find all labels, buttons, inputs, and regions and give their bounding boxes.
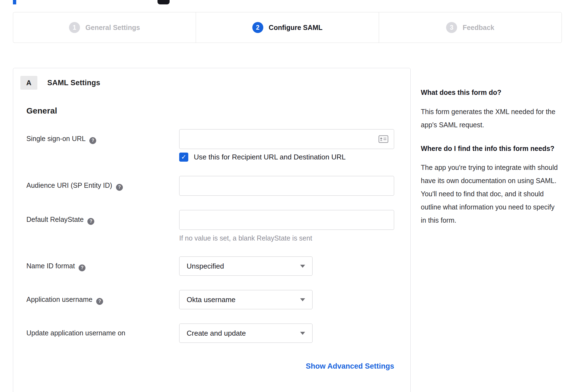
update-username-value: Create and update [187, 329, 246, 338]
app-username-select[interactable]: Okta username [179, 290, 313, 309]
contact-card-icon[interactable] [378, 135, 388, 143]
app-username-label-text: Application username [26, 296, 92, 303]
update-username-select[interactable]: Create and update [179, 324, 313, 343]
audience-uri-input[interactable] [179, 176, 394, 196]
wizard-stepper: 1 General Settings 2 Configure SAML 3 Fe… [13, 12, 562, 43]
general-section-heading: General [26, 106, 410, 115]
nameid-format-value: Unspecified [187, 262, 224, 270]
field-row-appusername: Application username? Okta username [26, 290, 410, 309]
saml-settings-panel: A SAML Settings General Single sign-on U… [13, 68, 411, 392]
nameid-format-select[interactable]: Unspecified [179, 256, 313, 276]
step-number-badge: 3 [446, 22, 457, 33]
nameid-format-label: Name ID format? [26, 256, 179, 276]
sidebar-answer-2: The app you're trying to integrate with … [421, 161, 558, 227]
show-advanced-settings-link[interactable]: Show Advanced Settings [306, 362, 394, 370]
update-username-label-text: Update application username on [26, 329, 125, 337]
help-icon[interactable]: ? [87, 218, 94, 225]
step-configure-saml[interactable]: 2 Configure SAML [196, 12, 378, 43]
help-icon[interactable]: ? [79, 264, 85, 271]
relaystate-label-text: Default RelayState [26, 216, 84, 223]
relaystate-label: Default RelayState? [26, 210, 179, 242]
header-fragment-dark [157, 0, 170, 4]
help-sidebar: What does this form do? This form genera… [421, 87, 558, 239]
chevron-down-icon [300, 332, 305, 335]
recipient-url-checkbox[interactable]: ✓ [179, 153, 188, 162]
sidebar-question-1: What does this form do? [421, 87, 558, 98]
chevron-down-icon [300, 298, 305, 301]
relaystate-hint: If no value is set, a blank RelayState i… [179, 234, 394, 242]
recipient-url-checkbox-label: Use this for Recipient URL and Destinati… [194, 153, 346, 161]
header-fragment-blue [13, 0, 16, 4]
step-label: Feedback [463, 24, 494, 32]
step-number-badge: 2 [252, 22, 263, 33]
help-icon[interactable]: ? [116, 184, 123, 191]
help-icon[interactable]: ? [96, 298, 103, 305]
app-username-value: Okta username [187, 296, 236, 304]
step-label: Configure SAML [269, 24, 323, 32]
audience-uri-label-text: Audience URI (SP Entity ID) [26, 181, 112, 189]
update-username-label: Update application username on [26, 324, 179, 343]
nameid-format-label-text: Name ID format [26, 262, 75, 270]
step-label: General Settings [85, 24, 140, 32]
step-number-badge: 1 [69, 22, 80, 33]
audience-uri-label: Audience URI (SP Entity ID)? [26, 176, 179, 196]
help-icon[interactable]: ? [89, 137, 96, 144]
chevron-down-icon [300, 265, 305, 268]
sso-recipient-checkbox-row: ✓ Use this for Recipient URL and Destina… [179, 153, 394, 162]
field-row-relaystate: Default RelayState? If no value is set, … [26, 210, 410, 242]
saml-form: Single sign-on URL? ✓ [20, 129, 410, 371]
field-row-sso: Single sign-on URL? ✓ [26, 129, 410, 162]
sidebar-question-2: Where do I find the info this form needs… [421, 143, 558, 154]
app-username-label: Application username? [26, 290, 179, 309]
sso-url-input[interactable] [179, 129, 394, 149]
step-general-settings[interactable]: 1 General Settings [13, 12, 196, 43]
step-feedback[interactable]: 3 Feedback [379, 12, 562, 43]
relaystate-input[interactable] [179, 210, 394, 230]
field-row-update-username: Update application username on Create an… [26, 324, 410, 343]
sidebar-answer-1: This form generates the XML needed for t… [421, 105, 558, 131]
panel-title: SAML Settings [47, 79, 100, 87]
sso-url-label: Single sign-on URL? [26, 129, 179, 162]
section-a-badge: A [20, 76, 37, 90]
field-row-nameid: Name ID format? Unspecified [26, 256, 410, 276]
field-row-audience: Audience URI (SP Entity ID)? [26, 176, 410, 196]
sso-url-label-text: Single sign-on URL [26, 135, 85, 142]
